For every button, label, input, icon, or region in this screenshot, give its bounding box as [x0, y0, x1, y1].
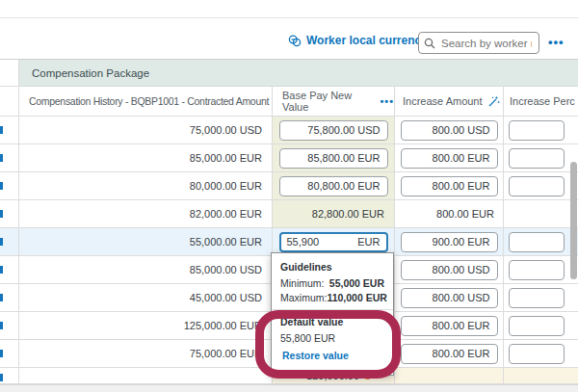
toolbar-overflow-menu-button[interactable]: •••: [548, 35, 565, 49]
increase-percent-input[interactable]: [509, 176, 565, 196]
increase-amount-input[interactable]: 800.00 EUR: [401, 316, 498, 336]
base-pay-edited-value: 55,900: [287, 236, 320, 248]
increase-amount-value: 800.00 EUR: [397, 208, 501, 220]
increase-amount-input[interactable]: 800.00 EUR: [401, 344, 498, 364]
base-pay-cell-readonly: 82,800.00 EUR: [273, 200, 395, 228]
increase-percent-input[interactable]: [509, 316, 565, 336]
clipped-link-fragment[interactable]: [0, 210, 3, 218]
base-pay-cell: 80,800.00 EUR: [273, 172, 395, 200]
contracted-amount-cell: 75,000.00 USD: [19, 117, 273, 144]
guidelines-title: Guidelines: [280, 261, 384, 273]
column-header-contracted-amount[interactable]: Compensation History - BQBP1001 - Contra…: [19, 87, 273, 117]
base-pay-input[interactable]: 85,800.00 EUR: [279, 148, 388, 169]
increase-percent-cell: [504, 340, 578, 368]
contracted-amount-cell: 75,000.00 EUR: [19, 340, 273, 368]
search-icon: [424, 38, 435, 49]
table-row: 75,000.00 USD 75,800.00 USD 800.00 USD: [0, 117, 578, 144]
column-header-increase-percent[interactable]: Increase Perc: [504, 87, 578, 117]
increase-amount-cell: 800.00 USD: [395, 284, 504, 312]
magic-wand-icon[interactable]: [487, 95, 500, 108]
base-pay-input-focused[interactable]: 55,900 EUR: [279, 232, 388, 252]
guideline-maximum: Maximum: 110,000 EUR: [280, 292, 384, 303]
clipped-cell: [0, 228, 19, 256]
base-pay-column-menu-icon[interactable]: •••: [380, 95, 394, 107]
increase-percent-cell: [504, 172, 578, 200]
column-header-base-pay-new-value[interactable]: Base Pay New Value •••: [273, 87, 395, 117]
minimum-value: 55,000 EUR: [329, 277, 384, 289]
increase-amount-input[interactable]: 800.00 EUR: [401, 176, 498, 196]
table-footer-strip: [0, 384, 578, 392]
column-header-increase-amount[interactable]: Increase Amount: [395, 87, 504, 117]
clipped-link-fragment[interactable]: [0, 126, 3, 134]
clipped-cell: [0, 144, 19, 172]
clipped-left-column-header: [0, 87, 19, 117]
clipped-link-fragment[interactable]: [0, 294, 3, 301]
contracted-amount-cell: 85,000.00 EUR: [19, 144, 273, 172]
guidelines-popover: Guidelines Minimum: 55,000 EUR Maximum: …: [271, 252, 394, 376]
clipped-link-fragment[interactable]: [0, 182, 3, 190]
increase-amount-cell: 800.00 EUR: [395, 144, 504, 172]
base-pay-input[interactable]: 75,800.00 USD: [279, 120, 388, 141]
clipped-link-fragment[interactable]: [0, 238, 3, 246]
clipped-link-fragment[interactable]: [0, 322, 3, 329]
contracted-amount-cell: 85,000.00 USD: [19, 256, 273, 284]
table-row: 80,000.00 EUR 80,800.00 EUR 800.00 EUR: [0, 172, 578, 200]
base-pay-currency-suffix: EUR: [357, 236, 380, 248]
clipped-left-column: [0, 60, 19, 87]
increase-percent-cell: [504, 117, 578, 144]
increase-percent-input[interactable]: [509, 120, 565, 141]
contracted-amount-cell: 45,000.00 USD: [19, 284, 273, 312]
minimum-label: Minimum:: [280, 277, 325, 289]
clipped-cell: [0, 117, 19, 144]
clipped-cell: [0, 340, 19, 368]
increase-amount-input[interactable]: 900.00 EUR: [401, 232, 498, 252]
increase-amount-cell: 800.00 USD: [395, 117, 504, 144]
contracted-amount-cell: 80,000.00 EUR: [19, 172, 273, 200]
increase-percent-cell: [504, 312, 578, 340]
clipped-cell: [0, 256, 19, 284]
increase-amount-input[interactable]: 800.00 USD: [401, 260, 498, 280]
base-pay-value: 82,800.00 EUR: [276, 208, 391, 220]
contracted-amount-cell: 82,000.00 EUR: [19, 200, 273, 228]
worker-search-box[interactable]: [418, 32, 539, 54]
table-row: 82,000.00 EUR 82,800.00 EUR 800.00 EUR: [0, 200, 578, 228]
restore-value-link[interactable]: Restore value: [282, 350, 384, 361]
contracted-amount-cell: 125,000.00 EUR: [19, 312, 273, 340]
increase-percent-input[interactable]: [509, 148, 565, 169]
increase-amount-summary-cell: [395, 368, 504, 384]
group-header-compensation-package: Compensation Package: [19, 60, 578, 87]
base-pay-header-label: Base Pay New Value: [282, 90, 375, 113]
group-header-label: Compensation Package: [32, 67, 149, 79]
base-pay-input[interactable]: 80,800.00 EUR: [279, 176, 388, 196]
group-header-row: Compensation Package: [0, 60, 578, 87]
clipped-cell: [0, 284, 19, 312]
increase-percent-cell: [504, 200, 578, 228]
vertical-scrollbar-thumb[interactable]: [570, 162, 577, 279]
increase-amount-cell: 800.00 USD: [395, 256, 504, 284]
increase-percent-cell: [504, 284, 578, 312]
table-row: 85,000.00 EUR 85,800.00 EUR 800.00 EUR: [0, 144, 578, 172]
compensation-grid-screen: Worker local currency ••• Compensation P…: [0, 0, 578, 392]
clipped-link-fragment[interactable]: [0, 266, 3, 274]
increase-amount-cell: 900.00 EUR: [395, 228, 504, 256]
increase-percent-input[interactable]: [509, 344, 565, 364]
popover-divider: [272, 309, 393, 310]
increase-amount-input[interactable]: 800.00 USD: [401, 120, 498, 141]
increase-percent-input[interactable]: [509, 232, 565, 252]
clipped-cell: [0, 172, 19, 200]
clipped-link-fragment[interactable]: [0, 374, 3, 381]
clipped-link-fragment[interactable]: [0, 350, 3, 357]
increase-percent-summary-cell: [504, 368, 578, 384]
increase-amount-input[interactable]: 800.00 EUR: [401, 148, 498, 169]
increase-percent-cell: [504, 228, 578, 256]
default-value-title: Default value: [280, 316, 384, 327]
search-input[interactable]: [439, 37, 534, 50]
increase-percent-input[interactable]: [509, 288, 565, 308]
clipped-cell: [0, 312, 19, 340]
currency-selector-label: Worker local currency: [306, 34, 428, 47]
increase-percent-input[interactable]: [509, 260, 565, 280]
increase-amount-input[interactable]: 800.00 USD: [401, 288, 498, 308]
increase-amount-header-label: Increase Amount: [403, 95, 483, 107]
guideline-minimum: Minimum: 55,000 EUR: [280, 277, 384, 289]
clipped-link-fragment[interactable]: [0, 154, 3, 162]
